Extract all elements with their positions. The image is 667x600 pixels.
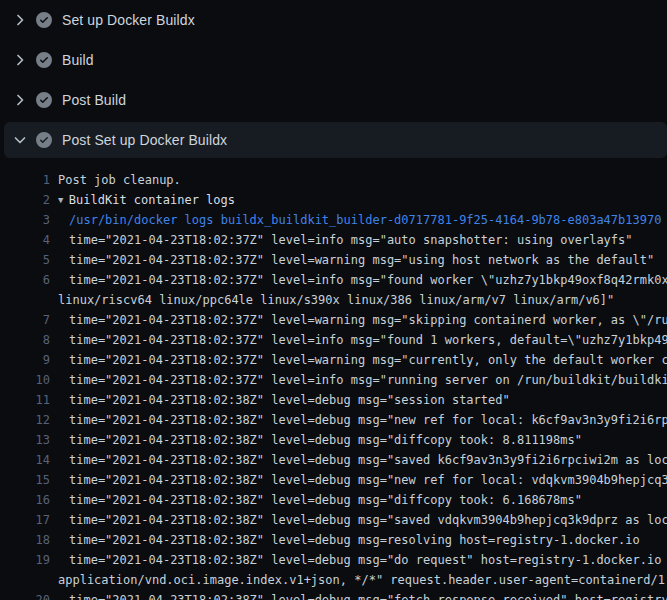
log-text: Post job cleanup. [50,170,181,190]
log-text: time="2021-04-23T18:02:38Z" level=debug … [50,530,640,550]
log-text: time="2021-04-23T18:02:37Z" level=warnin… [50,350,667,370]
log-text-content: time="2021-04-23T18:02:37Z" level=warnin… [69,253,654,267]
log-row: 2▼ BuildKit container logs [0,190,667,210]
step-row-build[interactable]: Build [0,40,667,80]
step-title: Build [62,52,94,68]
check-circle-icon [36,52,52,68]
log-text-content: time="2021-04-23T18:02:38Z" level=debug … [69,413,667,427]
log-row: 8time="2021-04-23T18:02:37Z" level=info … [0,330,667,350]
log-line-number[interactable]: 10 [0,370,50,390]
log-text-content: time="2021-04-23T18:02:38Z" level=debug … [69,453,667,467]
log-row: 10time="2021-04-23T18:02:37Z" level=info… [0,370,667,390]
log-text: time="2021-04-23T18:02:38Z" level=debug … [50,550,667,570]
log-text-content: time="2021-04-23T18:02:37Z" level=warnin… [69,353,667,367]
group-expanded-triangle-icon[interactable]: ▼ [58,195,69,205]
log-row: 11time="2021-04-23T18:02:38Z" level=debu… [0,390,667,410]
log-text: time="2021-04-23T18:02:37Z" level=info m… [50,330,667,350]
step-row-post-set-up-docker-buildx[interactable]: Post Set up Docker Buildx [4,122,667,158]
log-row: 3/usr/bin/docker logs buildx_buildkit_bu… [0,210,667,230]
log-row: 12time="2021-04-23T18:02:38Z" level=debu… [0,410,667,430]
step-row-post-build[interactable]: Post Build [0,80,667,120]
job-steps-list: Set up Docker Buildx Build Post Build Po… [0,0,667,158]
log-text-content: time="2021-04-23T18:02:37Z" level=info m… [69,333,667,347]
step-title: Post Set up Docker Buildx [62,132,227,148]
log-line-number[interactable]: 20 [0,590,50,600]
check-circle-icon [36,92,52,108]
log-row: 14time="2021-04-23T18:02:38Z" level=debu… [0,450,667,470]
log-row: 20time="2021-04-23T18:02:38Z" level=debu… [0,590,667,600]
log-text: time="2021-04-23T18:02:38Z" level=debug … [50,430,582,450]
log-row: 13time="2021-04-23T18:02:38Z" level=debu… [0,430,667,450]
log-line-number [0,290,50,310]
log-line-number[interactable]: 7 [0,310,50,330]
log-text-content: time="2021-04-23T18:02:38Z" level=debug … [69,433,582,447]
log-line-number[interactable]: 8 [0,330,50,350]
chevron-right-icon[interactable] [12,52,28,68]
log-line-number[interactable]: 4 [0,230,50,250]
log-line-number[interactable]: 14 [0,450,50,470]
log-row: 1Post job cleanup. [0,170,667,190]
log-text: time="2021-04-23T18:02:37Z" level=warnin… [50,310,667,330]
log-text-content: time="2021-04-23T18:02:37Z" level=warnin… [69,313,667,327]
log-line-number[interactable]: 15 [0,470,50,490]
log-text-content: linux/riscv64 linux/ppc64le linux/s390x … [58,293,614,307]
log-row: 9time="2021-04-23T18:02:37Z" level=warni… [0,350,667,370]
log-row: 15time="2021-04-23T18:02:38Z" level=debu… [0,470,667,490]
log-text: time="2021-04-23T18:02:38Z" level=debug … [50,390,510,410]
log-text-content: /usr/bin/docker logs buildx_buildkit_bui… [69,213,661,227]
log-text: time="2021-04-23T18:02:37Z" level=warnin… [50,250,654,270]
log-row: 19time="2021-04-23T18:02:38Z" level=debu… [0,550,667,570]
log-group-label[interactable]: ▼ BuildKit container logs [50,190,235,210]
log-text: time="2021-04-23T18:02:38Z" level=debug … [50,450,667,470]
log-line-number[interactable]: 16 [0,490,50,510]
log-row: 17time="2021-04-23T18:02:38Z" level=debu… [0,510,667,530]
log-row: 4time="2021-04-23T18:02:37Z" level=info … [0,230,667,250]
log-line-number[interactable]: 9 [0,350,50,370]
log-text-content: time="2021-04-23T18:02:38Z" level=debug … [69,593,667,600]
log-text: time="2021-04-23T18:02:38Z" level=debug … [50,470,667,490]
step-title: Post Build [62,92,126,108]
log-text-content: time="2021-04-23T18:02:38Z" level=debug … [69,393,510,407]
log-row-continuation: linux/riscv64 linux/ppc64le linux/s390x … [0,290,667,310]
log-line-number[interactable]: 19 [0,550,50,570]
log-text-content: time="2021-04-23T18:02:37Z" level=info m… [69,373,667,387]
log-text: time="2021-04-23T18:02:38Z" level=debug … [50,590,667,600]
log-text: time="2021-04-23T18:02:38Z" level=debug … [50,410,667,430]
log-row: 5time="2021-04-23T18:02:37Z" level=warni… [0,250,667,270]
log-line-number[interactable]: 13 [0,430,50,450]
log-row-continuation: application/vnd.oci.image.index.v1+json,… [0,570,667,590]
log-line-number[interactable]: 11 [0,390,50,410]
log-row: 18time="2021-04-23T18:02:38Z" level=debu… [0,530,667,550]
log-row: 16time="2021-04-23T18:02:38Z" level=debu… [0,490,667,510]
chevron-right-icon[interactable] [12,92,28,108]
log-text-content: BuildKit container logs [69,193,235,207]
log-row: 7time="2021-04-23T18:02:37Z" level=warni… [0,310,667,330]
log-line-number[interactable]: 1 [0,170,50,190]
log-row: 6time="2021-04-23T18:02:37Z" level=info … [0,270,667,290]
log-line-number[interactable]: 18 [0,530,50,550]
check-circle-icon [36,12,52,28]
log-text: time="2021-04-23T18:02:37Z" level=info m… [50,370,667,390]
log-text-content: time="2021-04-23T18:02:38Z" level=debug … [69,513,667,527]
log-text: time="2021-04-23T18:02:37Z" level=info m… [50,270,667,290]
log-line-number[interactable]: 2 [0,190,50,210]
log-text-content: time="2021-04-23T18:02:38Z" level=debug … [69,493,582,507]
log-text: time="2021-04-23T18:02:37Z" level=info m… [50,230,633,250]
check-circle-icon [36,132,52,148]
log-line-number[interactable]: 6 [0,270,50,290]
log-text-content: time="2021-04-23T18:02:37Z" level=info m… [69,233,633,247]
chevron-down-icon[interactable] [12,132,28,148]
log-text: time="2021-04-23T18:02:38Z" level=debug … [50,490,582,510]
log-line-number [0,570,50,590]
log-text: linux/riscv64 linux/ppc64le linux/s390x … [50,290,614,310]
log-line-number[interactable]: 12 [0,410,50,430]
log-line-number[interactable]: 3 [0,210,50,230]
log-text-content: time="2021-04-23T18:02:37Z" level=info m… [69,273,667,287]
log-text-content: Post job cleanup. [58,173,181,187]
log-text-content: time="2021-04-23T18:02:38Z" level=debug … [69,553,667,567]
step-row-set-up-docker-buildx[interactable]: Set up Docker Buildx [0,0,667,40]
log-line-number[interactable]: 17 [0,510,50,530]
chevron-right-icon[interactable] [12,12,28,28]
log-line-number[interactable]: 5 [0,250,50,270]
log-text: application/vnd.oci.image.index.v1+json,… [50,570,667,590]
